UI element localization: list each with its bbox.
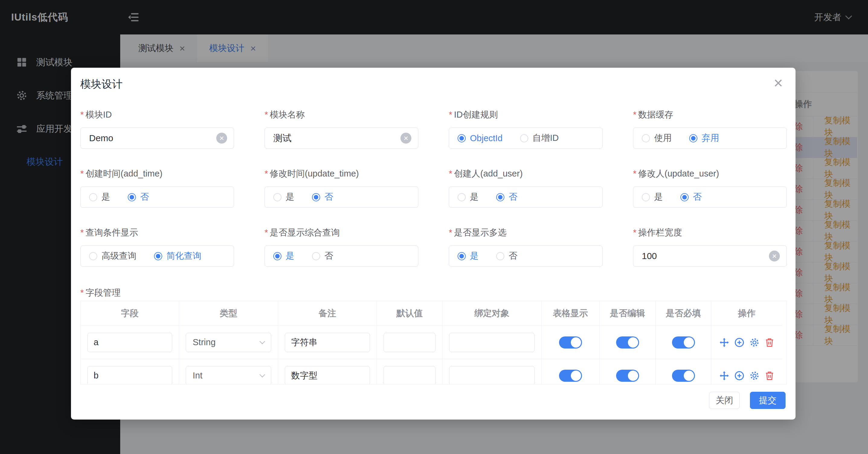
radio-icon bbox=[642, 193, 650, 201]
radio-no[interactable]: 否 bbox=[680, 191, 702, 203]
radio-no[interactable]: 否 bbox=[312, 191, 333, 203]
clear-icon[interactable]: × bbox=[401, 133, 411, 144]
note-input[interactable] bbox=[285, 366, 370, 385]
settings-gear-icon[interactable] bbox=[749, 337, 760, 348]
note-input[interactable] bbox=[285, 333, 370, 352]
required-mark: * bbox=[80, 288, 84, 297]
clear-icon[interactable]: × bbox=[769, 251, 780, 261]
clear-icon[interactable]: × bbox=[216, 133, 227, 144]
radio-yes[interactable]: 是 bbox=[273, 191, 294, 203]
delete-trash-icon[interactable] bbox=[764, 370, 775, 381]
required-mark: * bbox=[80, 169, 84, 178]
field-label-text: 数据缓存 bbox=[638, 110, 673, 119]
radio-discard[interactable]: 弃用 bbox=[689, 132, 719, 144]
multi-select-radio-group: 是 否 bbox=[449, 246, 602, 266]
radio-icon bbox=[312, 252, 320, 260]
required-toggle[interactable] bbox=[672, 336, 695, 348]
delete-trash-icon[interactable] bbox=[764, 337, 775, 348]
default-value-input[interactable] bbox=[383, 333, 435, 352]
field-table-header: 字段 类型 备注 默认值 绑定对象 表格显示 是否编辑 是否必填 操作 bbox=[81, 301, 786, 326]
field-name-input[interactable] bbox=[87, 366, 172, 385]
radio-no[interactable]: 否 bbox=[496, 250, 517, 262]
field-update-user: *修改人(update_user) 是 否 bbox=[633, 167, 787, 208]
radio-icon bbox=[458, 193, 466, 201]
col-header-default: 默认值 bbox=[377, 301, 442, 326]
radio-icon bbox=[89, 252, 97, 260]
default-value-input[interactable] bbox=[383, 366, 435, 385]
col-header-bind-object: 绑定对象 bbox=[442, 301, 541, 326]
radio-yes[interactable]: 是 bbox=[642, 191, 663, 203]
radio-icon bbox=[496, 252, 504, 260]
radio-use[interactable]: 使用 bbox=[642, 132, 672, 144]
field-add-user: *创建人(add_user) 是 否 bbox=[449, 167, 602, 208]
radio-yes[interactable]: 是 bbox=[458, 191, 479, 203]
type-select[interactable]: Int bbox=[186, 366, 271, 385]
radio-simplified-query[interactable]: 简化查询 bbox=[154, 250, 202, 262]
field-action-col-width: *操作栏宽度 × bbox=[633, 226, 787, 266]
col-header-required: 是否必填 bbox=[656, 301, 711, 326]
id-rule-radio-group: ObjectId 自增ID bbox=[449, 127, 602, 149]
table-show-toggle[interactable] bbox=[559, 336, 582, 348]
radio-advanced-query[interactable]: 高级查询 bbox=[89, 250, 136, 262]
radio-icon bbox=[642, 134, 650, 142]
plus-circle-icon[interactable] bbox=[734, 337, 745, 348]
field-label-text: 模块ID bbox=[86, 110, 112, 119]
radio-icon bbox=[273, 252, 281, 260]
module-name-input[interactable] bbox=[265, 128, 418, 148]
field-label-text: 模块名称 bbox=[270, 110, 305, 119]
action-col-width-input[interactable] bbox=[633, 246, 786, 266]
radio-no[interactable]: 否 bbox=[128, 191, 149, 203]
col-header-table-show: 表格显示 bbox=[541, 301, 599, 326]
query-display-radio-group: 高级查询 简化查询 bbox=[80, 246, 234, 266]
type-select[interactable]: String bbox=[186, 333, 271, 352]
settings-gear-icon[interactable] bbox=[749, 370, 760, 381]
field-show-multi-select: *是否显示多选 是 否 bbox=[449, 226, 602, 266]
field-show-combined-query: *是否显示综合查询 是 否 bbox=[265, 226, 418, 266]
close-button[interactable]: 关闭 bbox=[709, 392, 740, 409]
field-label-text: ID创建规则 bbox=[454, 110, 498, 119]
editable-toggle[interactable] bbox=[616, 336, 639, 348]
radio-auto-increment-id[interactable]: 自增ID bbox=[520, 132, 559, 144]
radio-objectid[interactable]: ObjectId bbox=[458, 133, 502, 143]
radio-no[interactable]: 否 bbox=[312, 250, 333, 262]
field-name-input[interactable] bbox=[87, 333, 172, 352]
module-id-input-box: × bbox=[80, 127, 234, 149]
editable-toggle[interactable] bbox=[616, 370, 639, 382]
bind-object-input[interactable] bbox=[449, 366, 534, 385]
radio-yes[interactable]: 是 bbox=[273, 250, 294, 262]
add-time-radio-group: 是 否 bbox=[80, 187, 234, 208]
col-header-type: 类型 bbox=[179, 301, 278, 326]
move-icon[interactable] bbox=[719, 337, 730, 348]
modal-header: 模块设计 × bbox=[71, 68, 796, 91]
bind-object-input[interactable] bbox=[449, 333, 534, 352]
module-form: *模块ID × *模块名称 × *ID创建规则 ObjectId 自增ID bbox=[71, 108, 796, 266]
radio-yes[interactable]: 是 bbox=[89, 191, 110, 203]
required-mark: * bbox=[449, 110, 452, 119]
action-col-width-input-box: × bbox=[633, 246, 787, 266]
chevron-down-icon bbox=[259, 372, 265, 377]
update-time-radio-group: 是 否 bbox=[265, 187, 418, 208]
radio-icon bbox=[312, 193, 320, 201]
required-toggle[interactable] bbox=[672, 370, 695, 382]
submit-button[interactable]: 提交 bbox=[750, 392, 785, 409]
field-module-id: *模块ID × bbox=[80, 108, 234, 149]
radio-no[interactable]: 否 bbox=[496, 191, 517, 203]
field-data-cache: *数据缓存 使用 弃用 bbox=[633, 108, 787, 149]
move-icon[interactable] bbox=[719, 370, 730, 381]
update-user-radio-group: 是 否 bbox=[633, 187, 787, 208]
close-icon[interactable]: × bbox=[774, 77, 783, 89]
radio-icon bbox=[458, 252, 466, 260]
data-cache-radio-group: 使用 弃用 bbox=[633, 127, 787, 149]
module-id-input[interactable] bbox=[81, 128, 234, 148]
required-mark: * bbox=[449, 228, 452, 237]
radio-icon bbox=[680, 193, 689, 201]
module-name-input-box: × bbox=[265, 127, 418, 149]
required-mark: * bbox=[633, 228, 637, 237]
required-mark: * bbox=[449, 169, 452, 178]
plus-circle-icon[interactable] bbox=[734, 370, 745, 381]
radio-yes[interactable]: 是 bbox=[458, 250, 479, 262]
app-root: IUtils低代码 测试模块 系统管理 应用开发 模块 bbox=[0, 0, 868, 454]
required-mark: * bbox=[265, 228, 268, 237]
table-show-toggle[interactable] bbox=[559, 370, 582, 382]
radio-icon bbox=[273, 193, 281, 201]
